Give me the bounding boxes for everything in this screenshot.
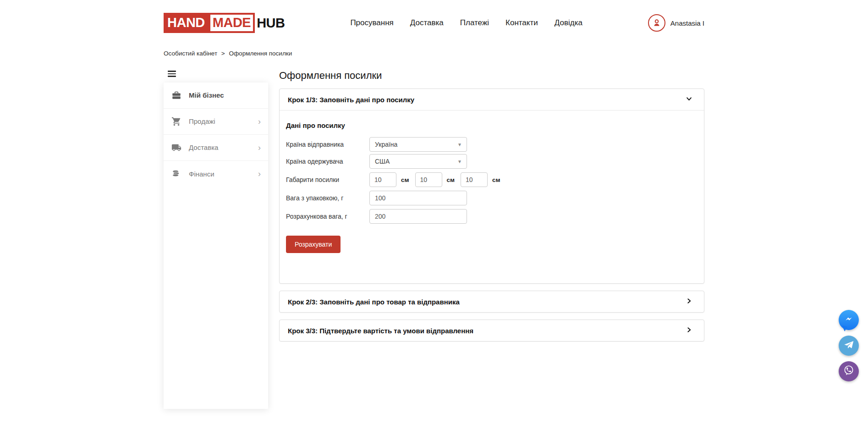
sender-country-select[interactable]: Україна ▼: [369, 137, 467, 152]
chevron-right-icon: ›: [258, 170, 261, 178]
step-3-header[interactable]: Крок 3/3: Підтвердьте вартість та умови …: [280, 320, 704, 341]
sidebar-item-label: Фінанси: [189, 170, 214, 178]
sidebar-item-label: Доставка: [189, 143, 218, 151]
logo-made-part: MADE: [209, 13, 255, 33]
chevron-right-icon: [686, 326, 692, 335]
step-1-card: Крок 1/3: Заповніть дані про посилку Дан…: [279, 88, 704, 284]
messenger-button[interactable]: [839, 310, 859, 330]
chevron-right-icon: ›: [258, 143, 261, 152]
breadcrumb-personal-cabinet[interactable]: Особистий кабінет: [164, 50, 217, 57]
hamburger-icon[interactable]: [168, 71, 176, 77]
social-buttons: [839, 310, 859, 381]
weight-with-packaging-label: Вага з упаковкою, г: [286, 194, 369, 202]
calculate-button[interactable]: Розрахувати: [286, 236, 341, 253]
chevron-down-icon: [686, 95, 692, 104]
viber-button[interactable]: [839, 361, 859, 381]
recipient-country-select[interactable]: США ▼: [369, 154, 467, 169]
viber-icon: [843, 364, 855, 378]
handmade-hub-logo[interactable]: HAND MADE HUB: [164, 13, 285, 33]
sidebar-item-my-business[interactable]: Мій бізнес: [164, 83, 268, 109]
breadcrumb-separator: >: [221, 50, 225, 57]
nav-item-help[interactable]: Довідка: [555, 18, 582, 28]
breadcrumb-current: Оформлення посилки: [229, 50, 292, 57]
main-content: Оформлення посилки Крок 1/3: Заповніть д…: [279, 70, 704, 342]
form-section-title: Дані про посилку: [286, 121, 693, 129]
logo-hand-part: HAND: [164, 13, 209, 33]
sender-country-label: Країна відправника: [286, 141, 369, 148]
sidebar-item-delivery[interactable]: Доставка ›: [164, 135, 268, 161]
header: HAND MADE HUB Просування Доставка Платеж…: [164, 0, 704, 33]
sidebar-item-sales[interactable]: Продажі ›: [164, 109, 268, 135]
recipient-country-label: Країна одержувача: [286, 158, 369, 165]
dimension-unit-label: см: [401, 176, 409, 183]
sidebar-item-label: Продажі: [189, 117, 215, 125]
user-avatar-icon: [648, 14, 665, 32]
nav-item-contacts[interactable]: Контакти: [505, 18, 538, 28]
dimension-height-input[interactable]: [461, 172, 488, 187]
sidebar-item-label: Мій бізнес: [189, 91, 224, 99]
step-3-label: Крок 3/3: Підтвердьте вартість та умови …: [288, 327, 473, 335]
step-2-label: Крок 2/3: Заповніть дані про товар та ві…: [288, 298, 460, 306]
nav-item-payments[interactable]: Платежі: [460, 18, 489, 28]
telegram-icon: [843, 339, 855, 353]
sidebar: Мій бізнес Продажі ›: [164, 70, 268, 409]
step-3-card: Крок 3/3: Підтвердьте вартість та умови …: [279, 320, 704, 342]
calculated-weight-input[interactable]: [369, 209, 467, 224]
calculated-weight-label: Розрахункова вага, г: [286, 213, 369, 220]
caret-down-icon: ▼: [457, 142, 462, 147]
step-2-header[interactable]: Крок 2/3: Заповніть дані про товар та ві…: [280, 291, 704, 312]
caret-down-icon: ▼: [457, 159, 462, 164]
dimension-length-input[interactable]: [369, 172, 396, 187]
step-1-header[interactable]: Крок 1/3: Заповніть дані про посилку: [280, 89, 704, 110]
user-name: Anastasia I: [670, 19, 704, 27]
breadcrumb: Особистий кабінет > Оформлення посилки: [164, 50, 704, 57]
dimension-unit-label: см: [492, 176, 500, 183]
logo-hub-part: HUB: [255, 13, 285, 33]
messenger-icon: [843, 314, 854, 326]
weight-with-packaging-input[interactable]: [369, 191, 467, 205]
recipient-country-value: США: [375, 158, 390, 165]
dimension-width-input[interactable]: [415, 172, 442, 187]
sender-country-value: Україна: [375, 141, 397, 148]
parcel-data-form: Дані про посилку Країна відправника Укра…: [280, 110, 704, 283]
nav-item-delivery[interactable]: Доставка: [410, 18, 444, 28]
nav-item-promotion[interactable]: Просування: [350, 18, 393, 28]
coins-icon: [171, 168, 182, 179]
truck-icon: [171, 142, 182, 153]
user-account[interactable]: Anastasia I: [648, 14, 704, 32]
step-2-card: Крок 2/3: Заповніть дані про товар та ві…: [279, 291, 704, 313]
chevron-right-icon: ›: [258, 117, 261, 126]
briefcase-icon: [171, 90, 182, 101]
telegram-button[interactable]: [839, 336, 859, 356]
chevron-right-icon: [686, 298, 692, 306]
sidebar-item-finance[interactable]: Фінанси ›: [164, 161, 268, 187]
cart-icon: [171, 116, 182, 127]
page-title: Оформлення посилки: [279, 70, 704, 82]
main-nav: Просування Доставка Платежі Контакти Дов…: [285, 18, 648, 28]
dimensions-label: Габарити посилки: [286, 176, 369, 183]
step-1-label: Крок 1/3: Заповніть дані про посилку: [288, 96, 414, 104]
dimension-unit-label: см: [447, 176, 455, 183]
sidebar-menu: Мій бізнес Продажі ›: [164, 83, 268, 409]
